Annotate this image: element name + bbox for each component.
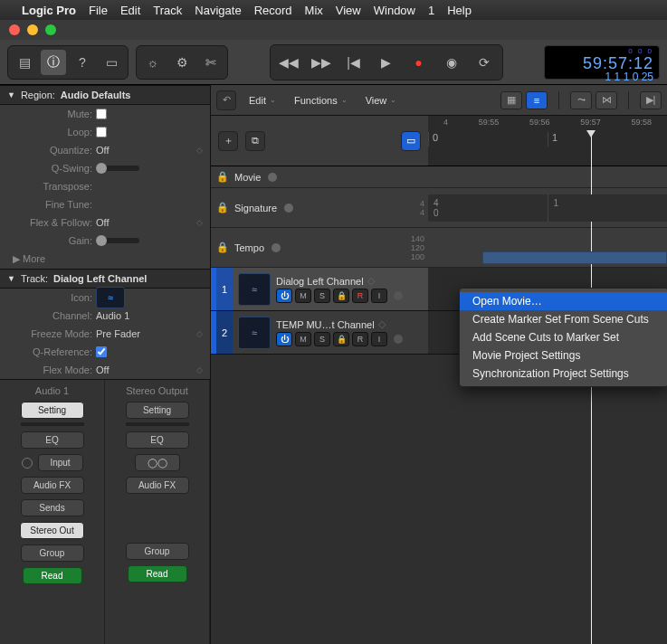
tracks-functions-menu[interactable]: Functions⌄ [289,95,353,106]
qref-checkbox[interactable] [96,346,107,357]
disclosure-icon[interactable] [284,204,293,213]
solo-button[interactable]: S [314,332,330,346]
qswing-slider[interactable] [96,166,139,171]
input-button[interactable]: Input [38,454,83,471]
lcd-display[interactable]: 0 0 0 59:57:12 1 1 1 0 25 [544,45,660,80]
global-tempo-row[interactable]: 🔒 Tempo 140120100 [211,228,667,268]
menu-1[interactable]: 1 [428,4,434,17]
disclosure-icon[interactable] [272,243,281,252]
global-signature-row[interactable]: 🔒 Signature 44 40 1 [211,188,667,228]
power-button[interactable]: ⏻ [276,332,292,346]
lock-icon[interactable]: 🔒 [216,202,229,213]
mute-button[interactable]: M [295,332,311,346]
track-icon-well[interactable]: ≈ [96,287,125,308]
automation-read-button[interactable]: Read [23,567,82,584]
stop-button[interactable]: |◀ [339,49,368,76]
lock-button[interactable]: 🔒 [333,289,349,303]
catch-playhead-button[interactable]: ▶| [640,91,662,109]
solo-button[interactable]: S [314,289,330,303]
zoom-window[interactable] [45,24,56,35]
rewind-button[interactable]: ◀◀ [274,49,303,76]
eq-button[interactable]: EQ [21,431,84,449]
track-color-icon[interactable] [394,335,403,344]
more-disclosure[interactable]: ▶ More [0,250,210,269]
track-icon[interactable]: ≈ [238,317,271,349]
tracks-view-menu[interactable]: View⌄ [360,95,403,106]
inspector-button[interactable]: ⓘ [41,50,66,75]
tempo-region[interactable] [482,251,667,264]
record-button[interactable]: ● [405,49,434,76]
record-enable-button[interactable]: R [352,332,368,346]
power-button[interactable]: ⏻ [276,289,292,303]
toolbar-button[interactable]: ▭ [99,50,124,75]
output-button[interactable]: Stereo Out [20,522,83,539]
cycle-button[interactable]: ⟳ [470,49,499,76]
lock-icon[interactable]: 🔒 [216,242,229,253]
region-header[interactable]: ▼ Region: Audio Defaults [0,85,210,105]
record-mode-button[interactable]: ◉ [437,49,466,76]
group-button[interactable]: Group [126,543,189,560]
menu-sync-project-settings[interactable]: Synchronization Project Settings [460,365,667,383]
help-button[interactable]: ? [70,50,95,75]
tracks-edit-menu[interactable]: Edit⌄ [243,95,281,106]
track-color-icon[interactable] [394,291,403,300]
minimize-window[interactable] [27,24,38,35]
list-view-button[interactable]: ≡ [526,91,548,109]
flexmode-value[interactable]: Off [96,365,109,375]
stereo-link-button[interactable]: ◯◯ [135,454,180,471]
input-format-icon[interactable] [22,458,33,469]
menu-record[interactable]: Record [254,4,292,17]
grid-view-button[interactable]: ▦ [500,91,522,109]
quantize-value[interactable]: Off [96,145,109,156]
track-icon[interactable]: ≈ [238,273,271,306]
close-window[interactable] [9,24,20,35]
menu-help[interactable]: Help [447,4,472,17]
track-header[interactable]: ▼ Track: Dialog Left Channel [0,269,210,289]
lock-button[interactable]: 🔒 [333,332,349,346]
mute-checkbox[interactable] [96,109,107,119]
setting-button[interactable]: Setting [21,402,84,419]
mixer-button[interactable]: ⚙ [169,50,195,75]
menu-navigate[interactable]: Navigate [195,4,241,17]
flexfollow-value[interactable]: Off [96,217,109,228]
add-track-button[interactable]: ＋ [218,131,238,151]
disclosure-icon[interactable] [268,173,277,182]
duplicate-track-button[interactable]: ⧉ [245,131,265,151]
lock-icon[interactable]: 🔒 [216,171,229,183]
audiofx-button[interactable]: Audio FX [126,477,189,494]
flex-button[interactable]: ⋈ [596,91,617,109]
timeline-ruler[interactable]: 4 59:55 59:56 59:57 59:58 0 1 [428,116,667,166]
track-name[interactable]: Dialog Left Channel [276,276,364,287]
automation-button[interactable]: ⤳ [570,91,592,109]
input-monitor-button[interactable]: I [371,289,387,303]
menu-track[interactable]: Track [153,4,182,17]
menu-edit[interactable]: Edit [120,4,140,17]
smart-controls-button[interactable]: ☼ [140,50,166,75]
input-monitor-button[interactable]: I [371,332,387,346]
eq-button[interactable]: EQ [126,431,189,449]
record-enable-button[interactable]: R [352,289,368,303]
automation-read-button[interactable]: Read [128,565,187,582]
setting-button[interactable]: Setting [126,402,189,419]
library-button[interactable]: ▤ [12,50,37,75]
app-menu[interactable]: Logic Pro [22,4,76,17]
freeze-value[interactable]: Pre Fader [96,328,140,339]
menu-open-movie[interactable]: Open Movie… [460,292,667,310]
menu-mix[interactable]: Mix [305,4,323,17]
group-button[interactable]: Group [21,545,84,562]
sends-button[interactable]: Sends [21,499,84,516]
menu-create-marker-set[interactable]: Create Marker Set From Scene Cuts [460,310,667,328]
menu-view[interactable]: View [336,4,361,17]
editors-button[interactable]: ✄ [198,50,224,75]
global-movie-row[interactable]: 🔒 Movie [211,166,667,188]
mute-button[interactable]: M [295,289,311,303]
track-name[interactable]: TEMP MU…t Channel [276,319,375,330]
back-button[interactable]: ↶ [216,90,236,110]
global-tracks-button[interactable]: ▭ [401,131,421,151]
menu-window[interactable]: Window [374,4,415,17]
forward-button[interactable]: ▶▶ [307,49,336,76]
menu-movie-project-settings[interactable]: Movie Project Settings [460,346,667,365]
gain-slider[interactable] [96,238,139,243]
menu-file[interactable]: File [89,4,108,17]
loop-checkbox[interactable] [96,127,107,137]
